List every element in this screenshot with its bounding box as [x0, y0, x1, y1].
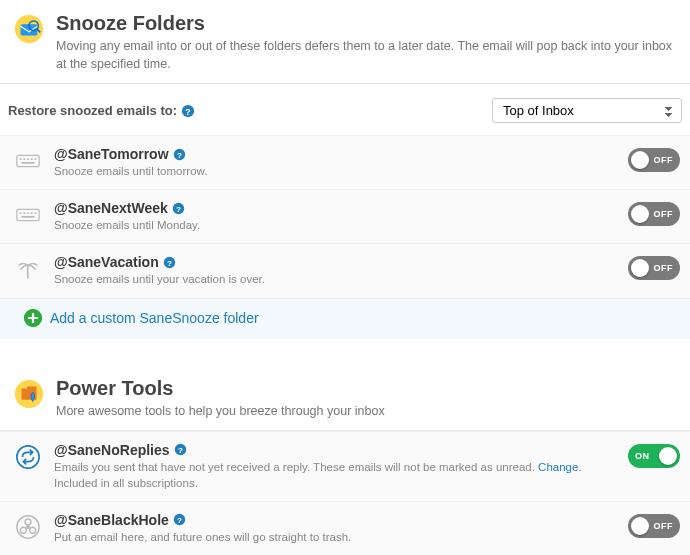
- toggle-switch[interactable]: OFF: [628, 202, 680, 226]
- add-custom-folder-button[interactable]: Add a custom SaneSnooze folder: [0, 298, 690, 339]
- folder-name: @SaneTomorrow ?: [54, 146, 616, 162]
- power-section-title: Power Tools: [56, 377, 385, 400]
- toggle-switch[interactable]: ON: [628, 444, 680, 468]
- snooze-section-description: Moving any email into or out of these fo…: [56, 37, 676, 73]
- svg-rect-18: [27, 213, 29, 215]
- folder-description: Snooze emails until tomorrow.: [54, 163, 616, 179]
- palm-tree-icon: [14, 255, 42, 283]
- folder-name: @SaneNextWeek ?: [54, 200, 616, 216]
- keyboard-icon: [14, 147, 42, 175]
- snooze-section-header: Snooze Folders Moving any email into or …: [0, 0, 690, 84]
- svg-rect-12: [22, 162, 35, 164]
- snooze-section-title: Snooze Folders: [56, 12, 676, 35]
- change-link[interactable]: Change: [538, 461, 578, 473]
- svg-rect-20: [35, 213, 37, 215]
- folder-description: Snooze emails until your vacation is ove…: [54, 271, 616, 287]
- restore-select[interactable]: Top of Inbox: [492, 98, 682, 123]
- svg-rect-8: [23, 158, 25, 160]
- svg-rect-9: [27, 158, 29, 160]
- folder-row: @SaneTomorrow ? Snooze emails until tomo…: [0, 135, 690, 189]
- tool-description: Put an email here, and future ones will …: [54, 529, 616, 545]
- svg-rect-7: [20, 158, 22, 160]
- help-icon[interactable]: ?: [173, 147, 187, 161]
- power-section-description: More awesome tools to help you breeze th…: [56, 402, 385, 420]
- restore-label: Restore snoozed emails to:: [8, 103, 177, 118]
- help-icon[interactable]: ?: [163, 255, 177, 269]
- help-icon[interactable]: ?: [172, 201, 186, 215]
- restore-row: Restore snoozed emails to: ? Top of Inbo…: [0, 84, 690, 135]
- svg-rect-10: [31, 158, 33, 160]
- help-icon[interactable]: ?: [174, 443, 188, 457]
- folder-description: Snooze emails until Monday.: [54, 217, 616, 233]
- biohazard-icon: [14, 513, 42, 541]
- plus-icon: [24, 309, 42, 327]
- svg-point-34: [20, 527, 26, 533]
- svg-text:?: ?: [167, 259, 172, 268]
- reply-arrow-icon: [14, 443, 42, 471]
- snooze-section-icon: [14, 14, 44, 44]
- folder-row: @SaneNextWeek ? Snooze emails until Mond…: [0, 189, 690, 243]
- svg-text:?: ?: [178, 446, 183, 455]
- tool-description: Emails you sent that have not yet receiv…: [54, 459, 616, 491]
- toggle-switch[interactable]: OFF: [628, 148, 680, 172]
- svg-rect-19: [31, 213, 33, 215]
- svg-rect-11: [35, 158, 37, 160]
- svg-rect-17: [23, 213, 25, 215]
- snooze-folder-list: @SaneTomorrow ? Snooze emails until tomo…: [0, 135, 690, 338]
- svg-rect-16: [20, 213, 22, 215]
- power-section-icon: [14, 379, 44, 409]
- help-icon[interactable]: ?: [181, 104, 195, 118]
- svg-point-33: [25, 519, 31, 525]
- svg-point-35: [30, 527, 36, 533]
- toggle-switch[interactable]: OFF: [628, 514, 680, 538]
- help-icon[interactable]: ?: [173, 513, 187, 527]
- add-custom-folder-label: Add a custom SaneSnooze folder: [50, 310, 259, 326]
- svg-rect-21: [22, 216, 35, 218]
- svg-text:?: ?: [185, 106, 190, 116]
- tool-row: @SaneNoReplies ? Emails you sent that ha…: [0, 431, 690, 501]
- restore-label-group: Restore snoozed emails to: ?: [8, 103, 195, 118]
- tool-row: @SaneBlackHole ? Put an email here, and …: [0, 501, 690, 555]
- tool-name: @SaneNoReplies ?: [54, 442, 616, 458]
- svg-rect-6: [17, 156, 39, 167]
- toggle-switch[interactable]: OFF: [628, 256, 680, 280]
- svg-rect-15: [17, 210, 39, 221]
- folder-row: @SaneVacation ? Snooze emails until your…: [0, 243, 690, 297]
- svg-text:?: ?: [177, 516, 182, 525]
- power-section-header: Power Tools More awesome tools to help y…: [0, 371, 690, 431]
- svg-text:?: ?: [177, 151, 182, 160]
- svg-point-28: [17, 446, 39, 468]
- folder-name: @SaneVacation ?: [54, 254, 616, 270]
- keyboard-icon: [14, 201, 42, 229]
- power-tools-list: @SaneNoReplies ? Emails you sent that ha…: [0, 431, 690, 555]
- svg-text:?: ?: [176, 205, 181, 214]
- tool-name: @SaneBlackHole ?: [54, 512, 616, 528]
